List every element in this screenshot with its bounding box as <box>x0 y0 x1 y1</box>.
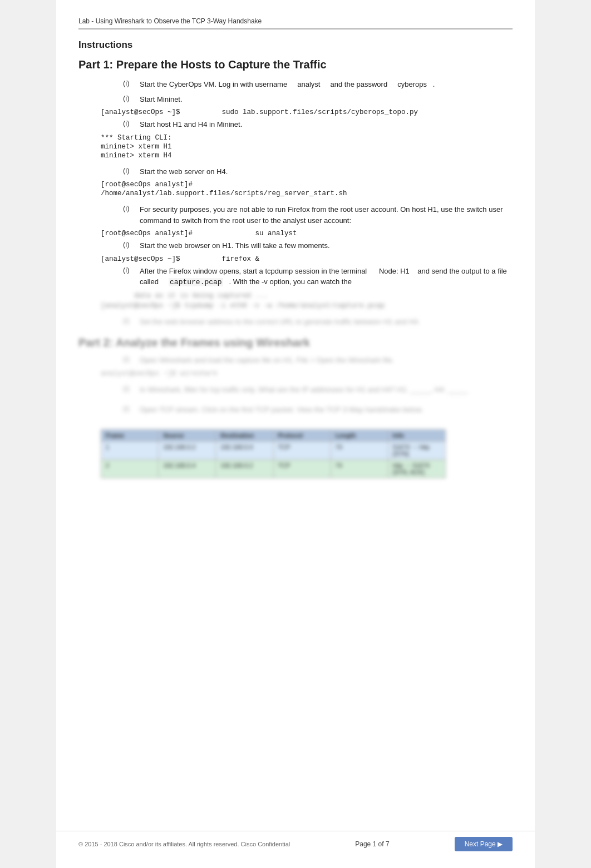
cmd1: [analyst@secOps ~]$ sudo lab.support.fil… <box>101 108 513 116</box>
copyright-text: © 2015 - 2018 Cisco and/or its affiliate… <box>78 841 290 847</box>
and-password-text: and the password <box>331 80 388 88</box>
step-1c: (i) Start host H1 and H4 in Mininet. <box>78 119 513 130</box>
step-1b-marker: (i) <box>123 94 140 105</box>
step-1c-marker: (i) <box>123 119 140 130</box>
step-1f-marker: (i) <box>123 240 140 251</box>
blurred-part2: (i) Open Wireshark and load the capture … <box>78 355 513 478</box>
step-1c-content: Start host H1 and H4 in Mininet. <box>140 119 513 130</box>
cmd4: [analyst@secOps ~]$ firefox & <box>101 255 513 263</box>
next-page-button[interactable]: Next Page ▶ <box>455 837 513 851</box>
step-1d: (i) Start the web server on H4. <box>78 166 513 177</box>
step-1g-content: After the Firefox window opens, start a … <box>140 266 513 288</box>
cmd2-line1: [root@secOps analyst]# <box>101 181 513 189</box>
step-1d-content: Start the web server on H4. <box>140 166 513 177</box>
username-value: analyst <box>297 80 320 88</box>
step-1e-content: For security purposes, you are not able … <box>140 204 513 226</box>
cmd3: [root@secOps analyst]# su analyst <box>101 230 513 237</box>
step-1b: (i) Start Mininet. <box>78 94 513 105</box>
page-number: Page 1 of 7 <box>355 840 389 848</box>
step-1g-marker: (i) <box>123 266 140 288</box>
top-bar: Lab - Using Wireshark to Observe the TCP… <box>78 17 513 29</box>
password-value: cyberops <box>397 80 427 88</box>
top-bar-title: Lab - Using Wireshark to Observe the TCP… <box>78 17 262 25</box>
instructions-heading: Instructions <box>78 39 513 51</box>
step-1e-marker: (i) <box>123 204 140 226</box>
step-1a-marker: (i) <box>123 79 140 90</box>
step-1a: (i) Start the CyberOps VM. Log in with u… <box>78 79 513 90</box>
part2-title: Part 2: Analyze the Frames using Wiresha… <box>78 336 513 349</box>
page-wrapper: Lab - Using Wireshark to Observe the TCP… <box>56 0 535 868</box>
node-h1-label: Node: H1 <box>379 267 410 275</box>
step-1d-marker: (i) <box>123 166 140 177</box>
blurred-content-1: data as it is being captured ... [analys… <box>78 292 513 328</box>
cmd2-line2: /home/analyst/lab.support.files/scripts/… <box>101 190 513 197</box>
capture-file-label: capture.pcap <box>169 278 223 286</box>
step-1b-content: Start Mininet. <box>140 94 513 105</box>
step-1f-content: Start the web browser on H1. This will t… <box>140 240 513 251</box>
step-1g: (i) After the Firefox window opens, star… <box>78 266 513 288</box>
step-1a-content: Start the CyberOps VM. Log in with usern… <box>140 79 513 90</box>
cli-h4: mininet> xterm H4 <box>101 152 513 160</box>
step-1e: (i) For security purposes, you are not a… <box>78 204 513 226</box>
part1-title: Part 1: Prepare the Hosts to Capture the… <box>78 58 513 71</box>
bottom-bar: © 2015 - 2018 Cisco and/or its affiliate… <box>56 831 535 851</box>
step-1f: (i) Start the web browser on H1. This wi… <box>78 240 513 251</box>
cli-starting: *** Starting CLI: <box>101 134 513 142</box>
cli-h1: mininet> xterm H1 <box>101 143 513 151</box>
